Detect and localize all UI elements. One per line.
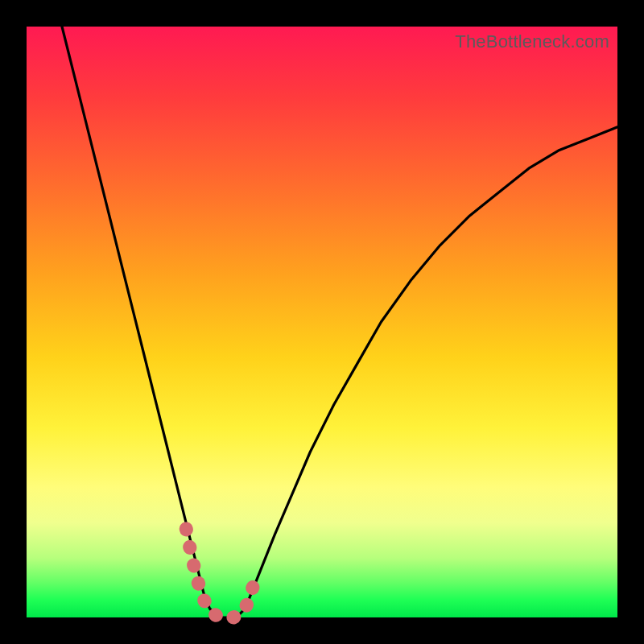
chart-stage: TheBottleneck.com — [0, 0, 644, 644]
bottleneck-curve — [62, 27, 617, 617]
plot-area: TheBottleneck.com — [27, 27, 617, 617]
curve-layer — [27, 27, 617, 617]
curve-bottom-highlight — [186, 529, 257, 617]
